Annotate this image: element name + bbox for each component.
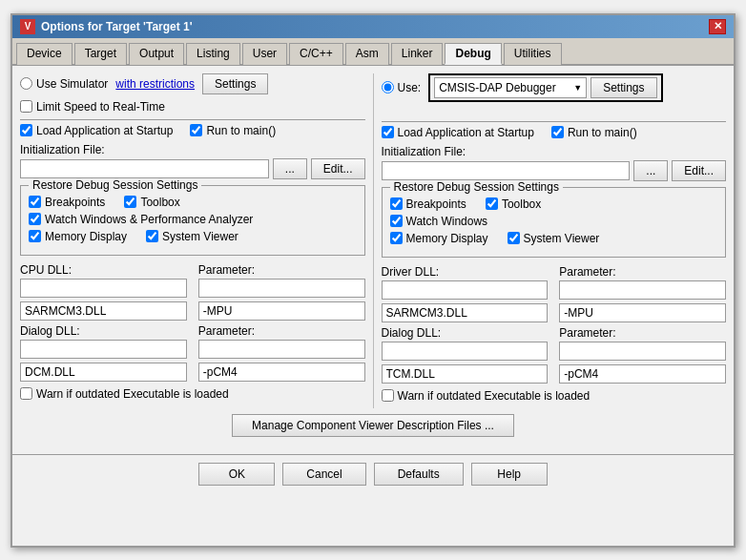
left-load-app-text: Load Application at Startup bbox=[36, 124, 173, 137]
left-dialog-dll-input[interactable] bbox=[20, 340, 187, 359]
right-driver-param-input[interactable] bbox=[559, 280, 726, 300]
limit-speed-label[interactable]: Limit Speed to Real-Time bbox=[20, 100, 165, 114]
left-toolbox-label[interactable]: Toolbox bbox=[124, 196, 179, 209]
cancel-button[interactable]: Cancel bbox=[282, 463, 365, 486]
help-button[interactable]: Help bbox=[471, 463, 548, 486]
right-toolbox-text: Toolbox bbox=[502, 197, 541, 211]
tab-output[interactable]: Output bbox=[129, 43, 184, 65]
right-load-app-checkbox[interactable] bbox=[382, 126, 394, 138]
left-run-main-label[interactable]: Run to main() bbox=[190, 124, 276, 137]
right-use-row: Use: CMSIS-DAP Debugger ▼ Settings bbox=[382, 73, 727, 102]
left-dialog-param-input[interactable] bbox=[198, 340, 365, 359]
left-cpu-dll-input[interactable] bbox=[20, 279, 187, 298]
tab-user[interactable]: User bbox=[242, 43, 287, 65]
left-cpu-param-input[interactable] bbox=[198, 279, 365, 298]
left-watch-checkbox[interactable] bbox=[29, 213, 41, 225]
right-run-main-checkbox[interactable] bbox=[551, 126, 564, 138]
right-warn-text: Warn if outdated Executable is loaded bbox=[398, 389, 591, 403]
manage-component-button[interactable]: Manage Component Viewer Description File… bbox=[232, 414, 514, 437]
right-system-viewer-checkbox[interactable] bbox=[508, 232, 520, 244]
right-memory-system-row: Memory Display System Viewer bbox=[390, 232, 718, 245]
left-memory-label[interactable]: Memory Display bbox=[29, 230, 127, 243]
right-panel: Use: CMSIS-DAP Debugger ▼ Settings bbox=[374, 73, 727, 408]
tab-target[interactable]: Target bbox=[74, 43, 127, 65]
left-browse-button[interactable]: ... bbox=[273, 158, 307, 179]
left-system-viewer-checkbox[interactable] bbox=[146, 230, 158, 242]
simulator-settings-button[interactable]: Settings bbox=[202, 73, 268, 94]
left-dialog-param-label: Parameter: bbox=[198, 324, 365, 338]
right-warn-label[interactable]: Warn if outdated Executable is loaded bbox=[382, 389, 591, 403]
left-system-viewer-label[interactable]: System Viewer bbox=[146, 230, 238, 243]
right-watch-checkbox[interactable] bbox=[390, 215, 403, 227]
ok-button[interactable]: OK bbox=[198, 463, 275, 486]
tab-utilities[interactable]: Utilities bbox=[504, 43, 562, 65]
right-use-radio-label[interactable]: Use: bbox=[382, 81, 422, 94]
right-restore-content: Breakpoints Toolbox Watch Windows bbox=[390, 197, 718, 245]
left-warn-checkbox[interactable] bbox=[20, 387, 32, 400]
left-load-app-checkbox[interactable] bbox=[20, 124, 32, 136]
left-toolbox-text: Toolbox bbox=[140, 196, 179, 209]
right-toolbox-label[interactable]: Toolbox bbox=[486, 197, 541, 211]
right-settings-button[interactable]: Settings bbox=[591, 77, 656, 98]
right-driver-dll-input[interactable] bbox=[382, 280, 549, 300]
right-watch-row: Watch Windows bbox=[390, 215, 718, 228]
simulator-radio-label[interactable]: Use Simulator bbox=[20, 77, 108, 91]
right-warn-checkbox[interactable] bbox=[382, 389, 394, 402]
left-warn-label[interactable]: Warn if outdated Executable is loaded bbox=[20, 387, 229, 401]
right-memory-checkbox[interactable] bbox=[390, 232, 403, 244]
right-dialog-dll-values-row bbox=[382, 364, 727, 384]
left-panel: Use Simulator with restrictions Settings… bbox=[20, 73, 374, 408]
left-toolbox-checkbox[interactable] bbox=[124, 196, 136, 208]
right-browse-button[interactable]: ... bbox=[633, 160, 668, 181]
restrictions-link[interactable]: with restrictions bbox=[115, 77, 195, 91]
right-use-radio[interactable] bbox=[382, 81, 394, 93]
right-load-app-label[interactable]: Load Application at Startup bbox=[382, 126, 534, 139]
left-load-app-label[interactable]: Load Application at Startup bbox=[20, 124, 173, 137]
left-init-file-input[interactable] bbox=[20, 159, 269, 178]
left-watch-text: Watch Windows & Performance Analyzer bbox=[45, 213, 253, 226]
defaults-button[interactable]: Defaults bbox=[374, 463, 464, 486]
tab-listing[interactable]: Listing bbox=[186, 43, 240, 65]
simulator-radio[interactable] bbox=[20, 77, 32, 90]
left-run-main-checkbox[interactable] bbox=[190, 124, 202, 136]
left-watch-label[interactable]: Watch Windows & Performance Analyzer bbox=[29, 213, 253, 226]
left-system-viewer-text: System Viewer bbox=[162, 230, 238, 243]
right-driver-dll-value-input[interactable] bbox=[382, 303, 549, 322]
right-init-file-input[interactable] bbox=[382, 161, 631, 180]
left-breakpoints-checkbox[interactable] bbox=[29, 196, 41, 208]
left-edit-button[interactable]: Edit... bbox=[311, 158, 365, 179]
right-dialog-param-value-input[interactable] bbox=[559, 364, 726, 384]
left-breakpoints-label[interactable]: Breakpoints bbox=[29, 196, 105, 209]
dialog-title: Options for Target 'Target 1' bbox=[41, 20, 193, 33]
right-watch-label[interactable]: Watch Windows bbox=[390, 215, 488, 228]
right-dialog-param-input[interactable] bbox=[559, 342, 726, 361]
left-cpu-dll-value-input[interactable] bbox=[20, 301, 187, 321]
left-dialog-param-value-input[interactable] bbox=[198, 363, 365, 382]
tab-asm[interactable]: Asm bbox=[345, 43, 389, 65]
right-edit-button[interactable]: Edit... bbox=[672, 160, 726, 181]
right-driver-param-value-input[interactable] bbox=[559, 303, 726, 322]
limit-speed-row: Limit Speed to Real-Time bbox=[20, 100, 365, 114]
left-dialog-dll-value-input[interactable] bbox=[20, 363, 187, 382]
right-memory-label[interactable]: Memory Display bbox=[390, 232, 488, 245]
right-dialog-dll-input[interactable] bbox=[382, 342, 549, 361]
close-button[interactable]: ✕ bbox=[709, 19, 726, 34]
tab-cpp[interactable]: C/C++ bbox=[289, 43, 343, 65]
left-init-file-label: Initialization File: bbox=[20, 143, 365, 156]
right-system-viewer-label[interactable]: System Viewer bbox=[508, 232, 600, 245]
right-toolbox-checkbox[interactable] bbox=[486, 197, 498, 210]
left-cpu-param-value-input[interactable] bbox=[198, 301, 365, 321]
debugger-dropdown[interactable]: CMSIS-DAP Debugger ▼ bbox=[434, 77, 587, 98]
main-content: Use Simulator with restrictions Settings… bbox=[12, 66, 734, 450]
right-breakpoints-checkbox[interactable] bbox=[390, 197, 403, 210]
right-dialog-dll-value-input[interactable] bbox=[382, 364, 549, 384]
title-bar: V Options for Target 'Target 1' ✕ bbox=[12, 15, 734, 38]
limit-speed-checkbox[interactable] bbox=[20, 100, 32, 113]
left-memory-checkbox[interactable] bbox=[29, 230, 41, 242]
right-breakpoints-label[interactable]: Breakpoints bbox=[390, 197, 466, 211]
tab-device[interactable]: Device bbox=[16, 43, 73, 65]
right-run-main-label[interactable]: Run to main() bbox=[551, 126, 637, 139]
tab-debug[interactable]: Debug bbox=[445, 43, 501, 65]
tab-linker[interactable]: Linker bbox=[391, 43, 444, 65]
right-init-file-label: Initialization File: bbox=[382, 145, 727, 158]
